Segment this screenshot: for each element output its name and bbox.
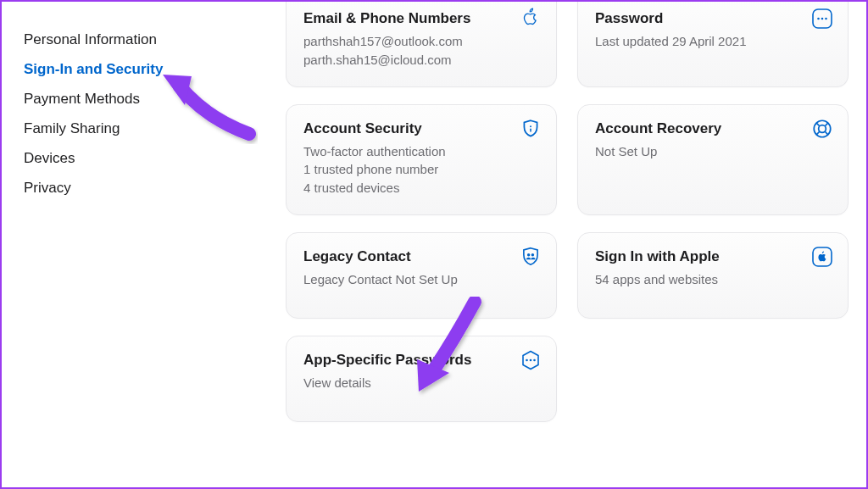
card-title: Legacy Contact xyxy=(303,248,539,265)
card-line: Not Set Up xyxy=(595,142,831,161)
card-title: Email & Phone Numbers xyxy=(303,10,539,27)
card-sign-in-with-apple[interactable]: Sign In with Apple 54 apps and websites xyxy=(577,232,849,319)
ellipsis-box-icon xyxy=(810,7,834,31)
svg-point-1 xyxy=(817,18,820,20)
svg-point-12 xyxy=(527,253,530,256)
sidebar-item-privacy[interactable]: Privacy xyxy=(24,174,260,203)
sidebar: Personal Information Sign-In and Securit… xyxy=(2,2,260,487)
sidebar-item-personal-information[interactable]: Personal Information xyxy=(24,25,260,55)
svg-line-9 xyxy=(825,122,828,125)
card-title: Account Security xyxy=(303,120,539,137)
svg-point-4 xyxy=(530,125,531,127)
card-line: Legacy Contact Not Set Up xyxy=(303,270,539,289)
svg-rect-5 xyxy=(530,128,531,131)
sidebar-item-family-sharing[interactable]: Family Sharing xyxy=(24,114,260,144)
svg-point-7 xyxy=(819,125,826,132)
svg-point-2 xyxy=(821,18,824,20)
sidebar-item-devices[interactable]: Devices xyxy=(24,144,260,174)
card-app-specific-passwords[interactable]: App-Specific Passwords View details xyxy=(286,336,557,422)
svg-line-11 xyxy=(825,131,828,135)
shield-icon xyxy=(519,117,542,141)
card-line: 1 trusted phone number xyxy=(303,160,539,179)
card-line: parth.shah15@icloud.com xyxy=(303,51,539,69)
card-password[interactable]: Password Last updated 29 April 2021 xyxy=(577,0,849,87)
card-line: parthshah157@outlook.com xyxy=(303,32,539,51)
apple-box-icon xyxy=(810,245,834,269)
card-account-recovery[interactable]: Account Recovery Not Set Up xyxy=(577,104,849,215)
apple-icon xyxy=(519,7,542,31)
hex-ellipsis-icon xyxy=(519,348,542,372)
people-shield-icon xyxy=(519,245,542,269)
card-line: 54 apps and websites xyxy=(595,270,831,289)
card-line: Last updated 29 April 2021 xyxy=(595,32,831,51)
svg-line-8 xyxy=(816,122,820,125)
card-title: Password xyxy=(595,10,831,27)
svg-point-16 xyxy=(530,358,532,361)
card-title: Account Recovery xyxy=(595,120,831,137)
card-legacy-contact[interactable]: Legacy Contact Legacy Contact Not Set Up xyxy=(286,232,557,319)
card-line: Two-factor authentication xyxy=(303,142,539,161)
svg-point-17 xyxy=(533,358,536,361)
sidebar-item-payment-methods[interactable]: Payment Methods xyxy=(24,85,260,114)
card-line: View details xyxy=(303,374,539,392)
svg-line-10 xyxy=(816,131,820,135)
card-account-security[interactable]: Account Security Two-factor authenticati… xyxy=(286,104,557,215)
card-email-phone[interactable]: Email & Phone Numbers parthshah157@outlo… xyxy=(286,0,557,87)
svg-point-3 xyxy=(825,18,827,20)
svg-point-13 xyxy=(531,253,534,256)
card-title: App-Specific Passwords xyxy=(303,352,539,369)
card-line: 4 trusted devices xyxy=(303,179,539,197)
card-title: Sign In with Apple xyxy=(595,248,831,265)
main-content: Email & Phone Numbers parthshah157@outlo… xyxy=(260,0,866,481)
sidebar-item-sign-in-security[interactable]: Sign-In and Security xyxy=(24,55,260,85)
lifebuoy-icon xyxy=(810,117,834,141)
svg-point-15 xyxy=(526,358,528,361)
